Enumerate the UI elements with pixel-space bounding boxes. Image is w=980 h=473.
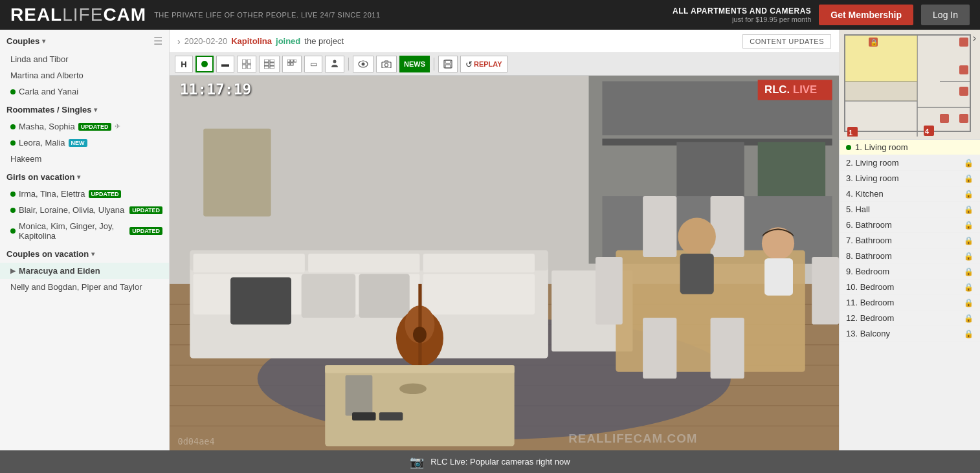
get-membership-button[interactable]: Get Membership [819, 5, 913, 25]
camera-list-item-11[interactable]: 11. Bedroom🔒 [840, 295, 980, 311]
sidebar-item-label: Maracuya and Eiden [19, 266, 100, 276]
lock-icon: 🔒 [964, 267, 974, 276]
breadcrumb-joined: joined [276, 36, 300, 46]
camera-toolbar: H ▬ ▭ NEWS [170, 53, 839, 76]
lock-icon: 🔒 [964, 283, 974, 292]
lock-icon: 🔒 [964, 329, 974, 338]
sidebar-item-hakeem[interactable]: Hakeem [0, 151, 169, 167]
content-area: › 2020-02-20 Kapitolina joined the proje… [170, 30, 839, 450]
toolbar-person-button[interactable] [325, 56, 344, 72]
sidebar-item-leora-malia[interactable]: Leora, Malia NEW [0, 135, 169, 151]
sidebar-item-blair-loraine[interactable]: Blair, Loraine, Olivia, Ulyana UPDATED [0, 202, 169, 218]
svg-rect-97 [959, 114, 968, 123]
login-button[interactable]: Log In [921, 5, 970, 25]
camera-list-item-3[interactable]: 3. Living room🔒 [840, 171, 980, 186]
updated-badge: UPDATED [129, 227, 162, 235]
toolbar-bar-button[interactable]: ▬ [216, 56, 234, 72]
video-frame[interactable]: 11:17:19 RLC. LIVE REALLIFECAM.COM 0d04a… [170, 76, 839, 450]
svg-rect-57 [325, 365, 514, 373]
svg-rect-64 [812, 257, 839, 324]
camera-name-label: 9. Bedroom [846, 267, 964, 276]
svg-rect-60 [352, 412, 376, 421]
svg-point-55 [413, 327, 427, 343]
hamburger-icon[interactable]: ☰ [153, 35, 162, 47]
svg-rect-13 [287, 63, 290, 65]
camera-list-item-8[interactable]: 8. Bathroom🔒 [840, 248, 980, 264]
sidebar-section-couples-vacation[interactable]: Couples on vacation ▾ [0, 244, 169, 263]
camera-list-item-9[interactable]: 9. Bedroom🔒 [840, 264, 980, 280]
svg-text:🔒: 🔒 [870, 38, 878, 47]
svg-rect-21 [445, 60, 451, 63]
sidebar-item-masha-sophia[interactable]: Masha, Sophia UPDATED ✈ [0, 118, 169, 135]
sidebar-item-label: Masha, Sophia [19, 122, 75, 131]
sidebar-section-roommates[interactable]: Roommates / Singles ▾ [0, 100, 169, 118]
toolbar-grid1-button[interactable] [237, 56, 256, 72]
svg-rect-50 [302, 274, 356, 318]
svg-rect-66 [711, 196, 744, 257]
lock-icon: 🔒 [964, 174, 974, 183]
svg-rect-70 [680, 254, 714, 294]
svg-rect-87 [845, 36, 917, 82]
toolbar-replay-button[interactable]: ↺ REPLAY [460, 56, 507, 72]
svg-rect-11 [291, 60, 293, 62]
camera-name-label: 5. Hall [846, 204, 964, 214]
svg-rect-96 [940, 114, 949, 123]
camera-name-label: 7. Bathroom [846, 236, 964, 245]
toolbar-save-button[interactable] [438, 56, 458, 72]
couples-section-title: Couples ▾ [6, 36, 45, 46]
camera-name-label: 1. Living room [855, 142, 974, 152]
new-badge: NEW [69, 139, 87, 147]
camera-list-item-12[interactable]: 12. Bedroom🔒 [840, 311, 980, 326]
sidebar-item-martina-alberto[interactable]: Martina and Alberto [0, 67, 169, 83]
sidebar-item-carla-yanai[interactable]: Carla and Yanai [0, 83, 169, 100]
camera-name-label: 13. Balcony [846, 329, 964, 338]
svg-point-15 [333, 60, 337, 63]
updated-badge: UPDATED [129, 206, 162, 214]
svg-text:0d04ae4: 0d04ae4 [178, 436, 215, 446]
logo[interactable]: REALLIFECAM [10, 5, 146, 25]
sidebar-item-irma-tina-elettra[interactable]: Irma, Tina, Elettra UPDATED [0, 186, 169, 202]
main-layout: Couples ▾ ☰ Linda and Tibor Martina and … [0, 30, 980, 450]
sidebar-item-linda-tibor[interactable]: Linda and Tibor [0, 51, 169, 67]
camera-name-label: 12. Bedroom [846, 313, 964, 323]
sidebar-section-girls-vacation[interactable]: Girls on vacation ▾ [0, 167, 169, 186]
svg-rect-61 [379, 412, 403, 421]
lock-icon: 🔒 [964, 221, 974, 230]
toolbar-news-button[interactable]: NEWS [399, 56, 430, 72]
camera-active-dot [846, 145, 851, 150]
toolbar-wide-button[interactable]: ▭ [304, 56, 322, 72]
map-collapse-icon[interactable]: › [973, 32, 976, 44]
sidebar-item-label: Blair, Loraine, Olivia, Ulyana [19, 205, 126, 215]
toolbar-camera-button[interactable] [376, 56, 397, 72]
svg-rect-58 [346, 375, 373, 416]
toolbar-dot-button[interactable] [195, 56, 214, 72]
svg-rect-2 [242, 65, 246, 69]
sidebar-item-label: Leora, Malia [19, 138, 65, 148]
sidebar-item-maracuya-eiden[interactable]: ▶ Maracuya and Eiden [0, 263, 169, 279]
camera-list-item-2[interactable]: 2. Living room🔒 [840, 155, 980, 171]
camera-list-item-4[interactable]: 4. Kitchen🔒 [840, 186, 980, 202]
camera-list-item-6[interactable]: 6. Bathroom🔒 [840, 217, 980, 233]
sidebar-item-monica-kim[interactable]: Monica, Kim, Ginger, Joy, Kapitolina UPD… [0, 218, 169, 244]
toolbar-eye-button[interactable] [353, 56, 373, 72]
sidebar-item-nelly-bogdan[interactable]: Nelly and Bogdan, Piper and Taylor [0, 279, 169, 295]
online-dot [10, 140, 16, 146]
toolbar-quad-button[interactable] [282, 56, 302, 72]
content-updates-button[interactable]: CONTENT UPDATES [742, 34, 831, 49]
lock-icon: 🔒 [964, 252, 974, 261]
camera-list-item-10[interactable]: 10. Bedroom🔒 [840, 280, 980, 295]
camera-list-item-5[interactable]: 5. Hall🔒 [840, 202, 980, 217]
toolbar-grid2-button[interactable] [259, 56, 280, 72]
svg-rect-8 [264, 66, 269, 69]
toolbar-h-button[interactable]: H [175, 56, 193, 72]
camera-list-item-7[interactable]: 7. Bathroom🔒 [840, 233, 980, 248]
svg-text:1: 1 [849, 129, 852, 137]
online-dot [10, 192, 16, 197]
online-dot [10, 89, 16, 94]
lock-icon: 🔒 [964, 236, 974, 245]
camera-list-item-13[interactable]: 13. Balcony🔒 [840, 326, 980, 342]
svg-rect-95 [959, 87, 968, 96]
sidebar-section-couples[interactable]: Couples ▾ ☰ [0, 30, 169, 51]
camera-list-item-1[interactable]: 1. Living room [840, 140, 980, 155]
roommates-section-title: Roommates / Singles ▾ [6, 105, 97, 115]
